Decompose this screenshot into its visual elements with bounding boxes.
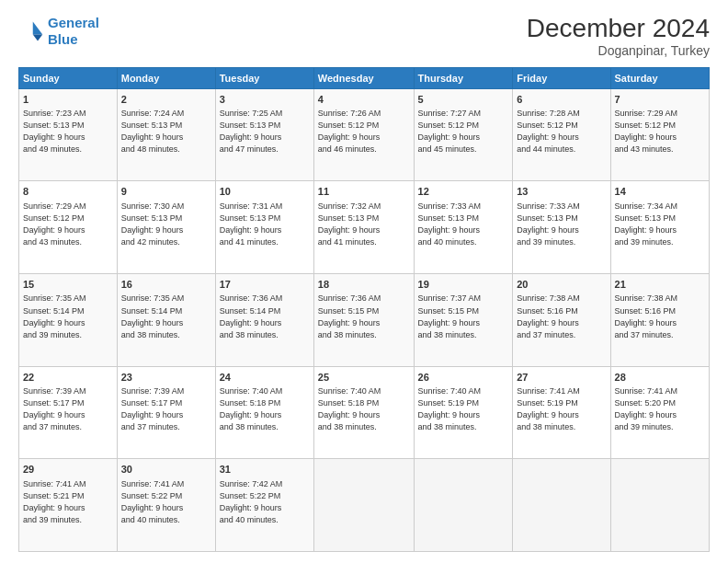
calendar-day-cell: 5Sunrise: 7:27 AM Sunset: 5:12 PM Daylig… bbox=[414, 88, 513, 181]
col-tuesday: Tuesday bbox=[215, 67, 313, 88]
calendar-day-cell: 2Sunrise: 7:24 AM Sunset: 5:13 PM Daylig… bbox=[117, 88, 215, 181]
day-number: 6 bbox=[517, 93, 606, 107]
day-info: Sunrise: 7:29 AM Sunset: 5:12 PM Dayligh… bbox=[23, 201, 113, 248]
calendar-day-cell: 20Sunrise: 7:38 AM Sunset: 5:16 PM Dayli… bbox=[513, 274, 610, 367]
col-monday: Monday bbox=[117, 67, 215, 88]
col-thursday: Thursday bbox=[414, 67, 513, 88]
calendar-day-cell: 15Sunrise: 7:35 AM Sunset: 5:14 PM Dayli… bbox=[19, 274, 118, 367]
day-info: Sunrise: 7:39 AM Sunset: 5:17 PM Dayligh… bbox=[23, 385, 113, 433]
calendar-week-row: 22Sunrise: 7:39 AM Sunset: 5:17 PM Dayli… bbox=[19, 366, 710, 459]
day-number: 7 bbox=[615, 93, 705, 107]
day-info: Sunrise: 7:41 AM Sunset: 5:22 PM Dayligh… bbox=[121, 478, 211, 526]
day-info: Sunrise: 7:41 AM Sunset: 5:20 PM Dayligh… bbox=[615, 385, 705, 433]
day-number: 16 bbox=[121, 278, 211, 292]
day-info: Sunrise: 7:29 AM Sunset: 5:12 PM Dayligh… bbox=[615, 108, 705, 155]
calendar-day-cell: 1Sunrise: 7:23 AM Sunset: 5:13 PM Daylig… bbox=[19, 88, 118, 181]
calendar-day-cell: 31Sunrise: 7:42 AM Sunset: 5:22 PM Dayli… bbox=[215, 459, 313, 552]
day-number: 12 bbox=[418, 185, 509, 199]
day-info: Sunrise: 7:30 AM Sunset: 5:13 PM Dayligh… bbox=[121, 201, 211, 248]
day-number: 3 bbox=[220, 93, 310, 107]
calendar-week-row: 8Sunrise: 7:29 AM Sunset: 5:12 PM Daylig… bbox=[19, 181, 710, 274]
calendar-day-cell: 7Sunrise: 7:29 AM Sunset: 5:12 PM Daylig… bbox=[610, 88, 709, 181]
calendar-day-cell: 11Sunrise: 7:32 AM Sunset: 5:13 PM Dayli… bbox=[313, 181, 414, 274]
calendar-week-row: 1Sunrise: 7:23 AM Sunset: 5:13 PM Daylig… bbox=[19, 88, 710, 181]
calendar-day-cell: 14Sunrise: 7:34 AM Sunset: 5:13 PM Dayli… bbox=[610, 181, 709, 274]
calendar-subtitle: Doganpinar, Turkey bbox=[527, 43, 710, 58]
calendar-day-cell: 3Sunrise: 7:25 AM Sunset: 5:13 PM Daylig… bbox=[215, 88, 313, 181]
day-number: 10 bbox=[220, 185, 310, 199]
day-info: Sunrise: 7:36 AM Sunset: 5:15 PM Dayligh… bbox=[318, 293, 410, 340]
calendar-day-cell: 12Sunrise: 7:33 AM Sunset: 5:13 PM Dayli… bbox=[414, 181, 513, 274]
calendar-day-cell: 17Sunrise: 7:36 AM Sunset: 5:14 PM Dayli… bbox=[215, 274, 313, 367]
day-number: 23 bbox=[121, 371, 211, 385]
calendar-day-cell: 30Sunrise: 7:41 AM Sunset: 5:22 PM Dayli… bbox=[117, 459, 215, 552]
day-number: 13 bbox=[517, 185, 606, 199]
calendar-day-cell: 23Sunrise: 7:39 AM Sunset: 5:17 PM Dayli… bbox=[117, 366, 215, 459]
day-info: Sunrise: 7:40 AM Sunset: 5:19 PM Dayligh… bbox=[418, 385, 509, 433]
day-number: 20 bbox=[517, 278, 606, 292]
calendar-day-cell: 13Sunrise: 7:33 AM Sunset: 5:13 PM Dayli… bbox=[513, 181, 610, 274]
calendar-week-row: 15Sunrise: 7:35 AM Sunset: 5:14 PM Dayli… bbox=[19, 274, 710, 367]
svg-marker-0 bbox=[33, 22, 43, 35]
svg-marker-1 bbox=[33, 35, 43, 41]
day-info: Sunrise: 7:33 AM Sunset: 5:13 PM Dayligh… bbox=[517, 201, 606, 248]
calendar-day-cell: 24Sunrise: 7:40 AM Sunset: 5:18 PM Dayli… bbox=[215, 366, 313, 459]
day-number: 27 bbox=[517, 371, 606, 385]
day-number: 4 bbox=[318, 93, 410, 107]
day-number: 29 bbox=[23, 463, 113, 477]
calendar-day-cell: 25Sunrise: 7:40 AM Sunset: 5:18 PM Dayli… bbox=[313, 366, 414, 459]
calendar-day-cell: 22Sunrise: 7:39 AM Sunset: 5:17 PM Dayli… bbox=[19, 366, 118, 459]
day-number: 24 bbox=[220, 371, 310, 385]
calendar-day-cell bbox=[513, 459, 610, 552]
calendar-day-cell: 26Sunrise: 7:40 AM Sunset: 5:19 PM Dayli… bbox=[414, 366, 513, 459]
day-number: 8 bbox=[23, 185, 113, 199]
day-info: Sunrise: 7:41 AM Sunset: 5:19 PM Dayligh… bbox=[517, 385, 606, 433]
calendar-day-cell: 29Sunrise: 7:41 AM Sunset: 5:21 PM Dayli… bbox=[19, 459, 118, 552]
calendar-day-cell: 27Sunrise: 7:41 AM Sunset: 5:19 PM Dayli… bbox=[513, 366, 610, 459]
day-info: Sunrise: 7:32 AM Sunset: 5:13 PM Dayligh… bbox=[318, 201, 410, 248]
day-info: Sunrise: 7:26 AM Sunset: 5:12 PM Dayligh… bbox=[318, 108, 410, 155]
day-info: Sunrise: 7:33 AM Sunset: 5:13 PM Dayligh… bbox=[418, 201, 509, 248]
day-number: 5 bbox=[418, 93, 509, 107]
calendar-title: December 2024 bbox=[527, 15, 710, 43]
day-number: 11 bbox=[318, 185, 410, 199]
day-info: Sunrise: 7:24 AM Sunset: 5:13 PM Dayligh… bbox=[121, 108, 211, 155]
calendar-day-cell: 4Sunrise: 7:26 AM Sunset: 5:12 PM Daylig… bbox=[313, 88, 414, 181]
calendar-day-cell: 8Sunrise: 7:29 AM Sunset: 5:12 PM Daylig… bbox=[19, 181, 118, 274]
day-number: 15 bbox=[23, 278, 113, 292]
day-number: 14 bbox=[615, 185, 705, 199]
calendar-day-cell bbox=[414, 459, 513, 552]
day-info: Sunrise: 7:35 AM Sunset: 5:14 PM Dayligh… bbox=[23, 293, 113, 340]
header: General Blue December 2024 Doganpinar, T… bbox=[18, 15, 710, 58]
day-number: 2 bbox=[121, 93, 211, 107]
col-friday: Friday bbox=[513, 67, 610, 88]
title-block: December 2024 Doganpinar, Turkey bbox=[527, 15, 710, 58]
calendar-day-cell: 10Sunrise: 7:31 AM Sunset: 5:13 PM Dayli… bbox=[215, 181, 313, 274]
day-number: 26 bbox=[418, 371, 509, 385]
day-info: Sunrise: 7:38 AM Sunset: 5:16 PM Dayligh… bbox=[615, 293, 705, 340]
calendar-day-cell bbox=[313, 459, 414, 552]
day-info: Sunrise: 7:27 AM Sunset: 5:12 PM Dayligh… bbox=[418, 108, 509, 155]
day-info: Sunrise: 7:41 AM Sunset: 5:21 PM Dayligh… bbox=[23, 478, 113, 526]
day-number: 17 bbox=[220, 278, 310, 292]
col-saturday: Saturday bbox=[610, 67, 709, 88]
calendar-day-cell: 19Sunrise: 7:37 AM Sunset: 5:15 PM Dayli… bbox=[414, 274, 513, 367]
calendar-day-cell: 28Sunrise: 7:41 AM Sunset: 5:20 PM Dayli… bbox=[610, 366, 709, 459]
day-info: Sunrise: 7:31 AM Sunset: 5:13 PM Dayligh… bbox=[220, 201, 310, 248]
calendar-day-cell: 9Sunrise: 7:30 AM Sunset: 5:13 PM Daylig… bbox=[117, 181, 215, 274]
day-info: Sunrise: 7:40 AM Sunset: 5:18 PM Dayligh… bbox=[220, 385, 310, 433]
day-number: 30 bbox=[121, 463, 211, 477]
day-info: Sunrise: 7:39 AM Sunset: 5:17 PM Dayligh… bbox=[121, 385, 211, 433]
col-sunday: Sunday bbox=[19, 67, 118, 88]
day-info: Sunrise: 7:38 AM Sunset: 5:16 PM Dayligh… bbox=[517, 293, 606, 340]
page: General Blue December 2024 Doganpinar, T… bbox=[0, 0, 728, 563]
day-number: 9 bbox=[121, 185, 211, 199]
day-info: Sunrise: 7:35 AM Sunset: 5:14 PM Dayligh… bbox=[121, 293, 211, 340]
calendar-day-cell bbox=[610, 459, 709, 552]
calendar-day-cell: 18Sunrise: 7:36 AM Sunset: 5:15 PM Dayli… bbox=[313, 274, 414, 367]
day-number: 1 bbox=[23, 93, 113, 107]
day-number: 21 bbox=[615, 278, 705, 292]
calendar-day-cell: 21Sunrise: 7:38 AM Sunset: 5:16 PM Dayli… bbox=[610, 274, 709, 367]
logo-text: General Blue bbox=[48, 15, 99, 48]
logo: General Blue bbox=[18, 15, 99, 48]
